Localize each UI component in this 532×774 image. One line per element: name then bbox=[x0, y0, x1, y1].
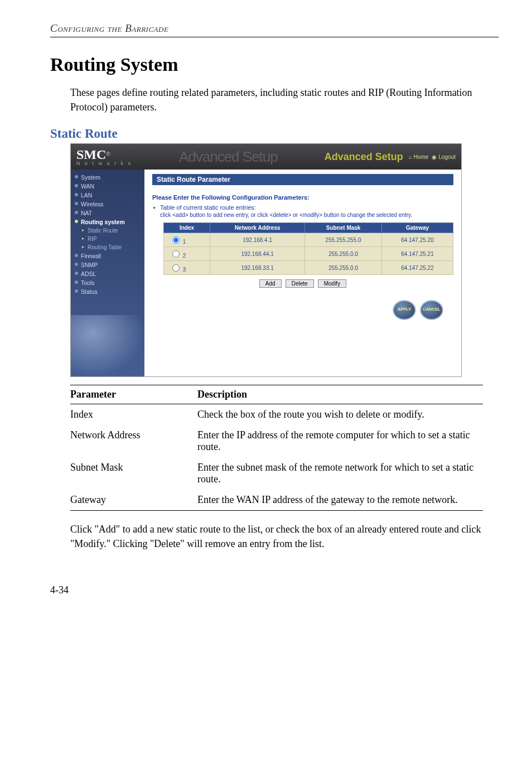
registered-icon: ® bbox=[106, 151, 110, 157]
sidebar-item-system[interactable]: System bbox=[71, 173, 144, 182]
col-subnet-mask: Subnet Mask bbox=[305, 223, 382, 233]
param-header: Parameter bbox=[70, 385, 197, 404]
apply-button[interactable]: APPLY bbox=[393, 300, 416, 320]
content-panel: Static Route Parameter Please Enter the … bbox=[144, 170, 461, 376]
cell-network: 192.168.33.1 bbox=[210, 261, 305, 275]
sidebar-item-lan[interactable]: LAN bbox=[71, 191, 144, 200]
param-desc: Check the box of the route you wish to d… bbox=[197, 404, 483, 425]
running-header: Configuring the Barricade bbox=[50, 22, 499, 35]
header-rule bbox=[50, 37, 499, 37]
param-name: Gateway bbox=[70, 490, 197, 511]
cell-mask: 255.255.0.0 bbox=[305, 247, 382, 261]
table-row: 1 192.168.4.1 255.255.255.0 64.147.25.20 bbox=[164, 233, 453, 247]
sidebar-sub-rip[interactable]: ▸RIP bbox=[71, 235, 144, 243]
cell-mask: 255.255.0.0 bbox=[305, 261, 382, 275]
sidebar-item-status[interactable]: Status bbox=[71, 287, 144, 296]
advanced-setup-label: Advanced Setup bbox=[325, 151, 403, 163]
brand-ghost-text: Advanced Setup bbox=[179, 148, 278, 166]
logout-icon: ◉ bbox=[432, 154, 437, 160]
col-gateway: Gateway bbox=[382, 223, 453, 233]
panel-title: Static Route Parameter bbox=[152, 174, 453, 185]
chevron-right-icon: ▸ bbox=[82, 236, 84, 241]
cell-gateway: 64.147.25.20 bbox=[382, 233, 453, 247]
sidebar-sub-static-route[interactable]: ▸Static Route bbox=[71, 226, 144, 235]
table-row: 3 192.168.33.1 255.255.0.0 64.147.25.22 bbox=[164, 261, 453, 275]
hint-text: click <add> button to add new entry, or … bbox=[160, 212, 453, 218]
col-network-address: Network Address bbox=[210, 223, 305, 233]
param-desc: Enter the WAN IP address of the gateway … bbox=[197, 490, 483, 511]
logo: SMC® N e t w o r k s bbox=[76, 148, 132, 166]
sidebar-item-wan[interactable]: WAN bbox=[71, 182, 144, 191]
chevron-right-icon: ▸ bbox=[82, 228, 84, 233]
sidebar-item-adsl[interactable]: ADSL bbox=[71, 269, 144, 278]
sidebar-item-snmp[interactable]: SNMP bbox=[71, 260, 144, 269]
cancel-button[interactable]: CANCEL bbox=[420, 300, 443, 320]
cell-gateway: 64.147.25.21 bbox=[382, 247, 453, 261]
cell-mask: 255.255.255.0 bbox=[305, 233, 382, 247]
page-number: 4-34 bbox=[50, 584, 499, 596]
screenshot-header: SMC® N e t w o r k s Advanced Setup Adva… bbox=[71, 144, 461, 170]
logo-text: SMC bbox=[76, 147, 106, 162]
param-desc: Enter the subnet mask of the remote netw… bbox=[197, 457, 483, 490]
router-screenshot: SMC® N e t w o r k s Advanced Setup Adva… bbox=[70, 143, 462, 377]
sidebar: System WAN LAN Wireless NAT Routing syst… bbox=[71, 170, 144, 376]
route-select-radio[interactable] bbox=[172, 250, 180, 258]
logo-subtext: N e t w o r k s bbox=[76, 161, 132, 166]
table-row: 2 192.168.44.1 255.255.0.0 64.147.25.21 bbox=[164, 247, 453, 261]
sidebar-item-nat[interactable]: NAT bbox=[71, 209, 144, 217]
logout-link[interactable]: ◉Logout bbox=[432, 154, 456, 160]
cell-gateway: 64.147.25.22 bbox=[382, 261, 453, 275]
sub-heading: Static Route bbox=[50, 127, 499, 141]
cell-network: 192.168.4.1 bbox=[210, 233, 305, 247]
route-select-radio[interactable] bbox=[172, 264, 180, 272]
table-caption: Table of current static route entries: bbox=[160, 204, 453, 211]
add-button[interactable]: Add bbox=[259, 279, 282, 288]
sidebar-item-tools[interactable]: Tools bbox=[71, 278, 144, 287]
sidebar-sub-routing-table[interactable]: ▸Routing Table bbox=[71, 243, 144, 251]
param-row: Gateway Enter the WAN IP address of the … bbox=[70, 490, 483, 511]
param-name: Subnet Mask bbox=[70, 457, 197, 490]
route-select-radio[interactable] bbox=[172, 236, 180, 244]
param-name: Index bbox=[70, 404, 197, 425]
closing-paragraph: Click "Add" to add a new static route to… bbox=[70, 522, 499, 551]
param-row: Network Address Enter the IP address of … bbox=[70, 425, 483, 457]
home-link[interactable]: ⌂Home bbox=[409, 154, 429, 160]
sidebar-item-firewall[interactable]: Firewall bbox=[71, 251, 144, 260]
chevron-right-icon: ▸ bbox=[82, 244, 84, 249]
sidebar-item-wireless[interactable]: Wireless bbox=[71, 200, 144, 209]
intro-paragraph: These pages define routing related param… bbox=[70, 85, 499, 114]
parameter-table: Parameter Description Index Check the bo… bbox=[70, 385, 483, 511]
config-prompt: Please Enter the Following Configuration… bbox=[152, 194, 453, 201]
param-name: Network Address bbox=[70, 425, 197, 457]
main-heading: Routing System bbox=[50, 54, 499, 75]
param-row: Subnet Mask Enter the subnet mask of the… bbox=[70, 457, 483, 490]
routes-table: Index Network Address Subnet Mask Gatewa… bbox=[163, 222, 453, 275]
param-desc: Enter the IP address of the remote compu… bbox=[197, 425, 483, 457]
delete-button[interactable]: Delete bbox=[286, 279, 314, 288]
sidebar-decorative-image bbox=[71, 315, 144, 376]
modify-button[interactable]: Modify bbox=[318, 279, 346, 288]
cell-network: 192.168.44.1 bbox=[210, 247, 305, 261]
sidebar-item-routing-system[interactable]: Routing system bbox=[71, 217, 144, 226]
desc-header: Description bbox=[197, 385, 483, 404]
col-index: Index bbox=[164, 223, 210, 233]
param-row: Index Check the box of the route you wis… bbox=[70, 404, 483, 425]
home-icon: ⌂ bbox=[409, 154, 412, 160]
